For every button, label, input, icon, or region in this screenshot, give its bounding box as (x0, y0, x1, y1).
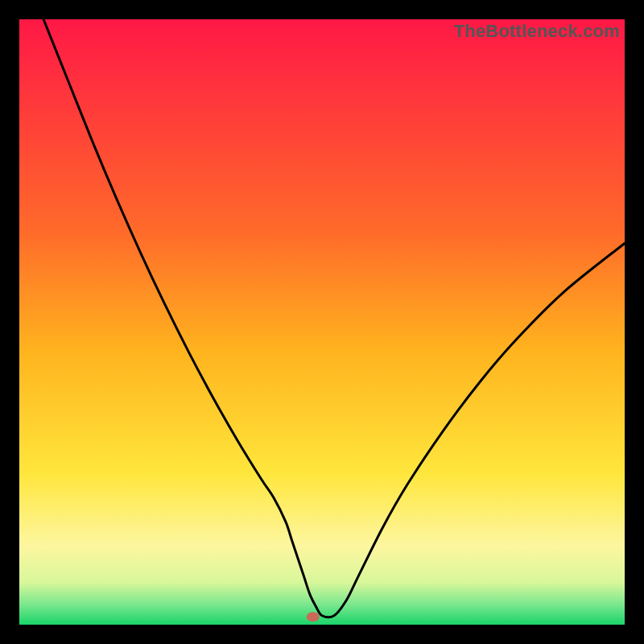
bottleneck-marker (307, 612, 320, 621)
chart-frame: TheBottleneck.com (0, 0, 644, 644)
watermark-text: TheBottleneck.com (454, 21, 620, 42)
plot-area: TheBottleneck.com (19, 19, 625, 625)
plot-svg (19, 19, 625, 625)
